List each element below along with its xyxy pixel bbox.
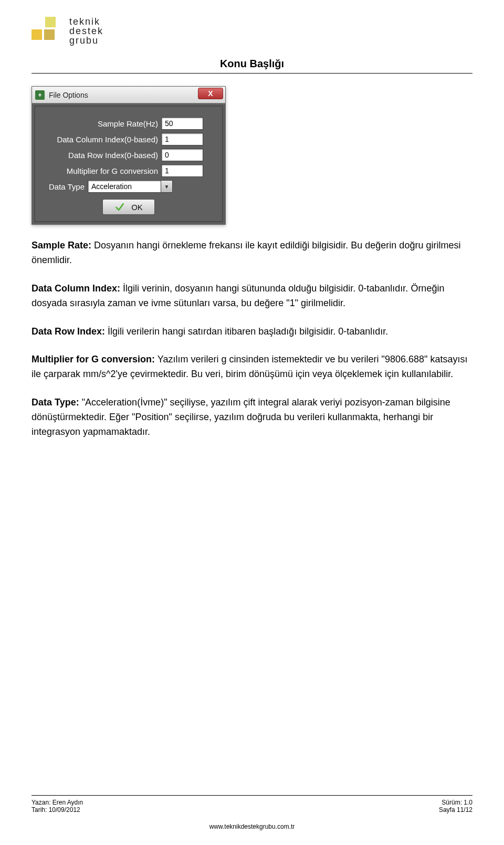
data-col-input[interactable]: 1	[161, 133, 203, 145]
dropdown-button[interactable]: ▼	[161, 180, 173, 193]
field-row-data-type: Data Type Acceleration ▼	[40, 180, 217, 193]
multiplier-input[interactable]: 1	[161, 164, 203, 177]
select-value: Acceleration	[91, 182, 132, 191]
page-title-wrap: Konu Başlığı	[32, 58, 472, 70]
para-heading: Data Row Index:	[32, 326, 105, 337]
ok-button[interactable]: OK	[102, 199, 155, 215]
header-rule	[32, 73, 472, 74]
para-heading: Sample Rate:	[32, 240, 91, 251]
input-value: 0	[165, 151, 169, 159]
footer-row: Yazan: Eren Aydın Tarih: 10/09/2012 Sürü…	[32, 799, 472, 813]
sample-rate-input[interactable]: 50	[161, 117, 203, 130]
logo-square-icon	[44, 29, 55, 40]
content-body: Sample Rate: Dosyanın hangi örnekleme fr…	[32, 238, 472, 440]
footer-version: Sürüm: 1.0	[439, 799, 472, 806]
footer-page: Sayfa 11/12	[439, 806, 472, 813]
input-value: 50	[165, 119, 173, 128]
dialog-titlebar: + File Options X	[32, 87, 225, 103]
logo-mark	[32, 17, 63, 48]
ok-label: OK	[131, 203, 143, 212]
input-value: 1	[165, 166, 169, 175]
para-text: İlgili verilerin hangi satırdan itibaren…	[105, 326, 388, 337]
para-heading: Multiplier for G conversion:	[32, 354, 155, 364]
check-icon	[114, 202, 125, 212]
para-text: "Acceleration(İvme)" seçiliyse, yazılım …	[32, 397, 450, 437]
header: teknik destek grubu	[32, 17, 472, 48]
paragraph: Data Column Index: İlgili verinin, dosya…	[32, 281, 472, 311]
app-icon: +	[35, 90, 45, 100]
logo-line: teknik	[69, 17, 103, 26]
ok-row: OK	[40, 199, 217, 215]
input-value: 1	[165, 135, 169, 143]
logo-line: destek	[69, 26, 103, 36]
para-text: Dosyanın hangi örnekleme frekansı ile ka…	[32, 240, 460, 265]
file-options-dialog: + File Options X Sample Rate(Hz) 50 Data…	[32, 86, 226, 225]
logo-square-icon	[32, 29, 42, 40]
data-type-label: Data Type	[40, 182, 88, 191]
footer-date: Tarih: 10/09/2012	[32, 806, 83, 813]
footer-url: www.teknikdestekgrubu.com.tr	[32, 823, 472, 830]
data-type-value: Acceleration	[88, 180, 161, 193]
dialog-body: Sample Rate(Hz) 50 Data Column Index(0-b…	[34, 106, 223, 222]
close-button[interactable]: X	[198, 88, 223, 99]
multiplier-label: Multiplier for G conversion	[40, 166, 161, 175]
footer-right: Sürüm: 1.0 Sayfa 11/12	[439, 799, 472, 813]
field-row-multiplier: Multiplier for G conversion 1	[40, 164, 217, 177]
footer-rule	[32, 795, 472, 796]
data-row-label: Data Row Index(0-based)	[40, 151, 161, 160]
paragraph: Data Row Index: İlgili verilerin hangi s…	[32, 325, 472, 339]
data-col-label: Data Column Index(0-based)	[40, 135, 161, 144]
logo-square-icon	[45, 17, 56, 27]
page-footer: Yazan: Eren Aydın Tarih: 10/09/2012 Sürü…	[32, 795, 472, 830]
dialog-title: File Options	[49, 91, 88, 99]
para-heading: Data Type:	[32, 397, 79, 408]
field-row-sample-rate: Sample Rate(Hz) 50	[40, 117, 217, 130]
paragraph: Sample Rate: Dosyanın hangi örnekleme fr…	[32, 238, 472, 268]
footer-left: Yazan: Eren Aydın Tarih: 10/09/2012	[32, 799, 83, 813]
chevron-down-icon: ▼	[164, 184, 170, 190]
close-icon: X	[208, 89, 213, 98]
paragraph: Data Type: "Acceleration(İvme)" seçiliys…	[32, 395, 472, 440]
sample-rate-label: Sample Rate(Hz)	[40, 119, 161, 128]
paragraph: Multiplier for G conversion: Yazılım ver…	[32, 352, 472, 382]
logo-line: grubu	[69, 36, 103, 45]
field-row-data-col: Data Column Index(0-based) 1	[40, 133, 217, 145]
data-type-select[interactable]: Acceleration ▼	[88, 180, 173, 193]
data-row-input[interactable]: 0	[161, 149, 203, 161]
footer-author: Yazan: Eren Aydın	[32, 799, 83, 806]
logo-text: teknik destek grubu	[69, 17, 103, 45]
para-heading: Data Column Index:	[32, 283, 120, 294]
field-row-data-row: Data Row Index(0-based) 0	[40, 149, 217, 161]
page-title: Konu Başlığı	[220, 58, 284, 69]
